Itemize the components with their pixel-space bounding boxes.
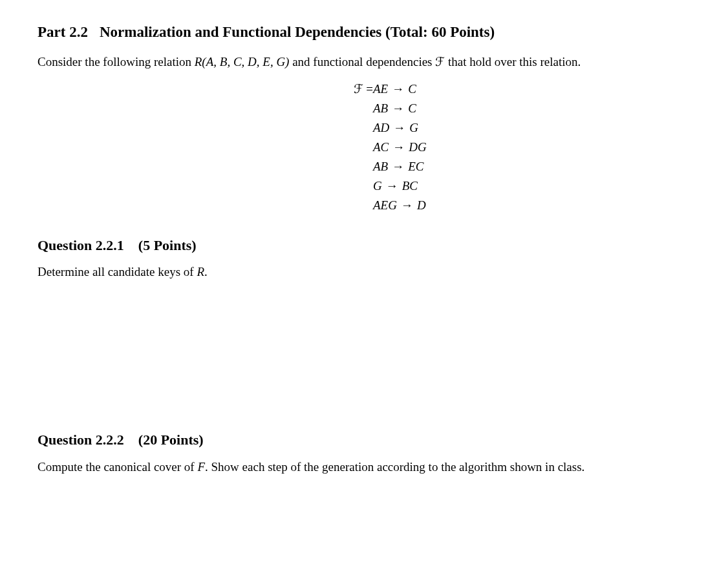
arrow-icon: → [392, 158, 404, 175]
question-heading: Question 2.2.1(5 Points) [37, 236, 691, 255]
question-points: (5 Points) [138, 237, 197, 253]
fd-symbol: ℱ [354, 82, 363, 96]
fd-rhs: DG [409, 139, 426, 156]
fd-rhs: D [417, 197, 426, 214]
fd-lhs: G [373, 178, 382, 194]
question-body-suffix: . [204, 265, 208, 278]
document-page: Part 2.2Normalization and Functional Dep… [0, 0, 728, 586]
fd-row: ℱ = AE → C [351, 79, 506, 99]
fd-lhs: AE [373, 81, 388, 98]
question-body-math: R [197, 265, 204, 278]
fd-row: AB → EC [351, 157, 506, 176]
section-heading: Part 2.2Normalization and Functional Dep… [37, 22, 691, 42]
arrow-icon: → [392, 81, 404, 98]
question-body-math: F [197, 460, 205, 474]
fd-rhs: G [409, 120, 418, 136]
fd-row: AEG → D [351, 196, 506, 215]
fd-rhs: C [408, 100, 416, 117]
fd-equals: = [363, 82, 373, 96]
fd-lead: ℱ = [351, 81, 373, 98]
fd-lhs: AB [373, 158, 388, 175]
functional-dependencies-block: ℱ = AE → C AB → C AD → G AC → DG AB → EC [351, 79, 506, 215]
fd-row: AC → DG [351, 138, 506, 157]
intro-text-suffix: that hold over this relation. [445, 55, 581, 68]
fd-rhs: C [408, 81, 416, 98]
question-body-prefix: Compute the canonical cover of [37, 460, 197, 474]
arrow-icon: → [401, 197, 413, 214]
fd-lhs: AB [373, 100, 388, 117]
section-title: Normalization and Functional Dependencie… [100, 24, 495, 40]
arrow-icon: → [393, 120, 405, 136]
question-number: Question 2.2.1 [37, 237, 124, 253]
intro-text-prefix: Consider the following relation [37, 55, 195, 68]
answer-space [37, 280, 691, 410]
fd-rhs: EC [408, 158, 423, 175]
fd-lhs: AEG [373, 197, 397, 214]
question-body-prefix: Determine all candidate keys of [37, 265, 197, 278]
question-body: Determine all candidate keys of R. [37, 264, 691, 280]
fd-row: AD → G [351, 118, 506, 138]
intro-fd-symbol: ℱ [435, 55, 445, 68]
intro-paragraph: Consider the following relation R(A, B, … [37, 54, 691, 70]
fd-lhs: AD [373, 120, 389, 136]
fd-row: AB → C [351, 99, 506, 118]
question-number: Question 2.2.2 [37, 432, 124, 448]
question-body-suffix: . Show each step of the generation accor… [205, 460, 584, 474]
fd-rhs: BC [402, 178, 418, 194]
arrow-icon: → [386, 178, 398, 194]
arrow-icon: → [392, 139, 405, 156]
intro-text-mid: and functional dependencies [289, 55, 435, 68]
fd-lhs: AC [373, 139, 389, 156]
intro-relation: R(A, B, C, D, E, G) [195, 55, 290, 68]
question-heading: Question 2.2.2(20 Points) [37, 430, 691, 450]
fd-row: G → BC [351, 176, 506, 196]
question-body: Compute the canonical cover of F. Show e… [37, 459, 691, 476]
arrow-icon: → [392, 100, 404, 117]
section-part-number: Part 2.2 [37, 24, 88, 40]
question-points: (20 Points) [138, 432, 204, 448]
